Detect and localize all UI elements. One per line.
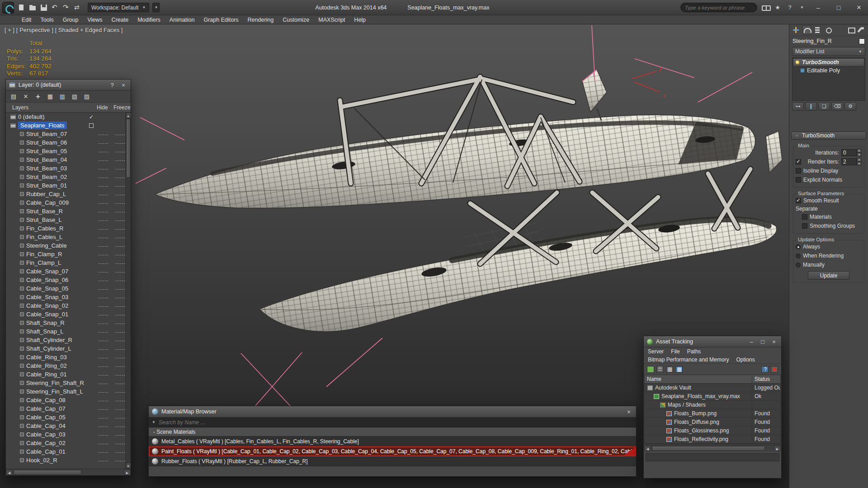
menu-item[interactable]: Edit [17, 16, 36, 24]
scrollbar-thumb[interactable] [652, 446, 765, 451]
layer-item-name[interactable]: Shaft_Cylinder_R [26, 337, 72, 343]
material-browser-titlebar[interactable]: Material/Map Browser × [149, 406, 636, 418]
asset-row[interactable]: Floats_Bump.png Found [645, 409, 780, 418]
hide-cell[interactable]: ----- [98, 346, 113, 352]
current-layer-indicator[interactable] [88, 449, 94, 455]
hide-cell[interactable]: ----- [98, 174, 113, 180]
layer-item-name[interactable]: Cable_Snap_03 [26, 294, 68, 300]
hide-cell[interactable]: ----- [98, 192, 113, 197]
layer-row[interactable]: Cable_Snap_02 ----- ----- [6, 301, 131, 310]
layer-item-name[interactable]: Cable_Snap_06 [26, 277, 68, 283]
scene-materials-group-header[interactable]: - Scene Materials [149, 427, 636, 436]
workspace-selector[interactable]: Workspace: Default ▼ [88, 3, 149, 12]
asset-row[interactable]: Maps / Shaders [645, 401, 780, 409]
explicit-normals-checkbox[interactable] [796, 177, 801, 183]
current-layer-indicator[interactable] [88, 380, 94, 386]
hide-cell[interactable]: ----- [98, 235, 113, 240]
layer-row[interactable]: Cable_Cap_04 ----- ----- [6, 422, 131, 430]
hide-cell[interactable]: ----- [98, 277, 113, 283]
layer-row[interactable]: Cable_Cap_02 ----- ----- [6, 439, 131, 447]
layer-row[interactable]: Strut_Beam_03 ----- ----- [6, 164, 131, 173]
layer-item-name[interactable]: Steering_Fin_Shaft_R [26, 380, 84, 386]
layer-item-name[interactable]: Shaft_Cylinder_L [26, 345, 71, 352]
object-color-swatch[interactable] [859, 38, 865, 44]
smoothing-groups-checkbox[interactable] [802, 223, 807, 229]
layer-item-name[interactable]: Steering_Cable [26, 242, 67, 249]
layer-item-name[interactable]: Strut_Base_L [26, 216, 62, 223]
hide-cell[interactable]: ----- [98, 303, 113, 309]
hierarchy-tab-icon[interactable] [813, 26, 822, 34]
layer-row[interactable]: Strut_Beam_07 ----- ----- [6, 130, 131, 138]
current-layer-indicator[interactable] [88, 174, 94, 180]
layer-item-name[interactable]: Shaft_Snap_R [26, 319, 65, 326]
layer-item-name[interactable]: Shaft_Snap_L [26, 328, 63, 335]
hide-cell[interactable]: ----- [98, 295, 113, 300]
make-unique-button[interactable] [818, 102, 830, 111]
layer-item-name[interactable]: Strut_Beam_02 [26, 174, 67, 180]
add-selection-to-layer-icon[interactable] [34, 93, 42, 101]
new-scene-icon[interactable] [17, 4, 25, 12]
current-layer-indicator[interactable] [88, 363, 94, 369]
current-layer-indicator[interactable] [88, 251, 94, 258]
layer-row[interactable]: Cable_Ring_03 ----- ----- [6, 353, 131, 361]
layer-row[interactable]: Seaplane_Floats [6, 121, 131, 130]
freeze-column-header[interactable]: Freeze [113, 104, 130, 111]
hide-cell[interactable]: ----- [98, 243, 113, 249]
hide-cell[interactable]: ----- [98, 320, 113, 326]
materials-checkbox[interactable] [802, 214, 807, 220]
current-layer-indicator[interactable] [88, 114, 94, 120]
layer-list-horizontal-scrollbar[interactable]: ◀ ▶ [6, 469, 131, 475]
current-layer-indicator[interactable] [88, 122, 94, 129]
current-layer-indicator[interactable] [88, 243, 94, 249]
current-layer-indicator[interactable] [88, 389, 94, 395]
menu-item[interactable]: Group [58, 16, 83, 24]
layer-row[interactable]: Cable_Ring_01 ----- ----- [6, 370, 131, 379]
minimize-button[interactable]: – [810, 2, 826, 14]
current-layer-indicator[interactable] [88, 183, 94, 189]
scroll-right-icon[interactable]: ▶ [774, 446, 781, 451]
layer-row[interactable]: Fin_Cables_L ----- ----- [6, 233, 131, 241]
undo-icon[interactable] [51, 4, 59, 12]
layer-item-name[interactable]: Cable_Cap_05 [26, 414, 66, 421]
layer-row[interactable]: Strut_Beam_01 ----- ----- [6, 181, 131, 190]
utilities-tab-icon[interactable] [857, 26, 866, 34]
menu-item[interactable]: Modifiers [133, 16, 165, 24]
layer-row[interactable]: Cable_Cap_03 ----- ----- [6, 430, 131, 439]
layer-row[interactable]: Shaft_Cylinder_R ----- ----- [6, 336, 131, 344]
layer-item-name[interactable]: Cable_Ring_02 [26, 362, 67, 369]
layer-item-name[interactable]: Cable_Ring_01 [26, 371, 67, 378]
material-search-input[interactable] [159, 419, 633, 426]
current-layer-indicator[interactable] [88, 165, 94, 172]
layer-item-name[interactable]: Cable_Cap_03 [26, 431, 66, 438]
hide-cell[interactable]: ----- [98, 449, 113, 455]
help-icon[interactable]: ? [786, 4, 794, 12]
menu-item[interactable]: MAXScript [314, 16, 349, 24]
current-layer-indicator[interactable] [88, 423, 94, 429]
hide-cell[interactable]: ----- [98, 217, 113, 223]
current-layer-indicator[interactable] [88, 303, 94, 309]
hide-freeze-toggle-icon[interactable] [71, 93, 79, 101]
layer-item-name[interactable]: Strut_Beam_07 [26, 131, 67, 137]
modify-tab-icon[interactable] [802, 26, 811, 34]
layer-row[interactable]: Cable_Cap_05 ----- ----- [6, 413, 131, 422]
layer-row[interactable]: Fin_Clamp_R ----- ----- [6, 250, 131, 258]
iterations-spinner[interactable]: 0 ▲▼ [841, 149, 862, 157]
show-end-result-button[interactable] [805, 102, 817, 111]
layer-item-name[interactable]: Cable_Cap_009 [26, 199, 69, 206]
update-button[interactable]: Update [808, 271, 849, 280]
menu-item[interactable]: Graph Editors [199, 16, 243, 24]
layer-row[interactable]: Shaft_Cylinder_L ----- ----- [6, 344, 131, 353]
app-logo-icon[interactable] [2, 2, 14, 14]
current-layer-indicator[interactable] [88, 260, 94, 266]
pin-stack-button[interactable] [792, 102, 804, 111]
layer-item-name[interactable]: Steering_Fin_Shaft_L [26, 388, 83, 395]
layer-row[interactable]: Cable_Cap_009 ----- ----- [6, 198, 131, 207]
display-tab-icon[interactable] [847, 26, 855, 34]
menu-item[interactable]: Help [349, 16, 370, 24]
save-file-icon[interactable] [40, 4, 48, 12]
open-file-icon[interactable] [28, 4, 37, 12]
maximize-button[interactable]: □ [830, 2, 847, 14]
search-icon[interactable] [761, 4, 769, 12]
hide-cell[interactable]: ----- [98, 355, 113, 360]
current-layer-indicator[interactable] [88, 148, 94, 155]
